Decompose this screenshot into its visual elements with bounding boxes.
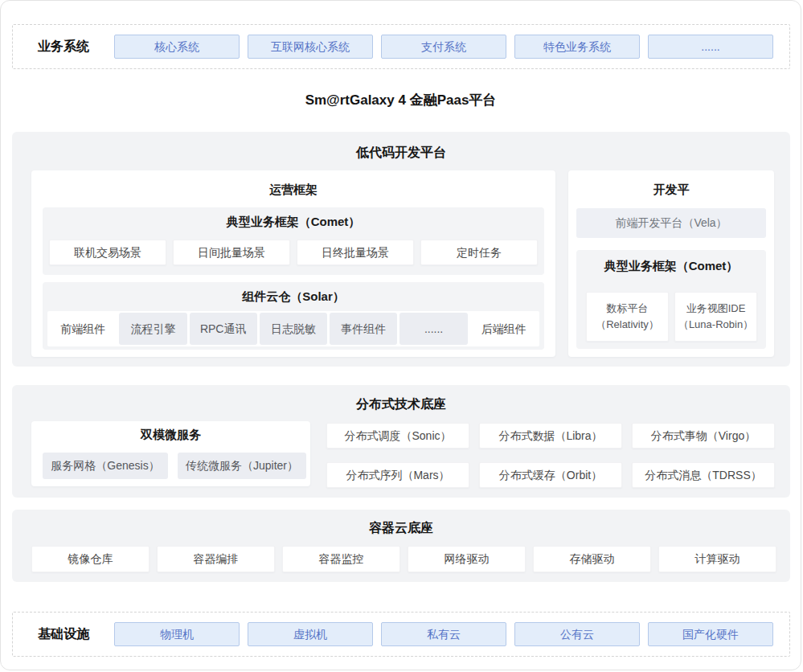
infrastructure-chips: 物理机 虚拟机 私有云 公有云 国产化硬件: [114, 622, 773, 646]
architecture-diagram: 业务系统 核心系统 互联网核心系统 支付系统 特色业务系统 ...... Sm@…: [0, 0, 801, 670]
distributed-sequence-card: 分布式序列（Mars）: [326, 462, 469, 488]
low-code-platform-section: 低代码开发平台 运营框架 典型业务框架（Comet） 联机交易场景 日间批量场景…: [12, 132, 790, 367]
business-framework-comet-box: 典型业务框架（Comet） 联机交易场景 日间批量场景 日终批量场景 定时任务: [43, 207, 544, 275]
image-registry-card: 镜像仓库: [31, 546, 150, 572]
storage-driver-card: 存储驱动: [533, 546, 651, 572]
distributed-scheduling-card: 分布式调度（Sonic）: [326, 423, 469, 449]
rpc-communication-card: RPC通讯: [190, 313, 257, 345]
dev-comet-card-row: 数标平台 （Relativity） 业务视图IDE （Luna-Robin）: [586, 292, 757, 342]
page-title: Sm@rtGalaxy 4 金融Paas平台: [1, 91, 801, 109]
business-view-ide-card: 业务视图IDE （Luna-Robin）: [674, 292, 757, 342]
more-components-card: ......: [399, 313, 467, 345]
eod-batch-scenario-card: 日终批量场景: [297, 240, 414, 265]
data-standard-platform-code: （Relativity）: [596, 317, 659, 333]
data-standard-platform-name: 数标平台: [607, 301, 649, 317]
low-code-platform-title: 低代码开发平台: [12, 132, 790, 162]
network-driver-card: 网络驱动: [408, 546, 526, 572]
distributed-transaction-card: 分布式事物（Virgo）: [632, 423, 775, 449]
dual-mode-card-row: 服务网格（Genesis） 传统微服务（Jupiter）: [43, 453, 306, 479]
physical-machine-chip: 物理机: [114, 622, 240, 646]
scheduled-task-card: 定时任务: [420, 240, 538, 265]
dual-mode-microservices-box: 双模微服务 服务网格（Genesis） 传统微服务（Jupiter）: [31, 421, 310, 486]
container-cloud-card-row: 镜像仓库 容器编排 容器监控 网络驱动 存储驱动 计算驱动: [31, 546, 776, 572]
frontend-component-card: 前端组件: [49, 313, 117, 345]
component-cloud-solar-box: 组件云仓（Solar） 前端组件 流程引擎 RPC通讯 日志脱敏 事件组件 ..…: [43, 282, 544, 350]
business-framework-comet-title: 典型业务框架（Comet）: [43, 207, 544, 230]
business-systems-band: 业务系统 核心系统 互联网核心系统 支付系统 特色业务系统 ......: [12, 24, 790, 69]
domestic-hardware-chip: 国产化硬件: [648, 622, 773, 646]
log-masking-card: 日志脱敏: [260, 313, 327, 345]
container-cloud-section: 容器云底座 镜像仓库 容器编排 容器监控 网络驱动 存储驱动 计算驱动: [12, 510, 790, 582]
online-trading-scenario-card: 联机交易场景: [49, 240, 166, 265]
dev-platform-title: 开发平: [568, 170, 774, 198]
distributed-base-section: 分布式技术底座 双模微服务 服务网格（Genesis） 传统微服务（Jupite…: [12, 385, 790, 498]
business-systems-chips: 核心系统 互联网核心系统 支付系统 特色业务系统 ......: [114, 35, 773, 59]
distributed-base-title: 分布式技术底座: [12, 385, 790, 413]
infrastructure-band: 基础设施 物理机 虚拟机 私有云 公有云 国产化硬件: [12, 612, 790, 657]
compute-driver-card: 计算驱动: [658, 546, 776, 572]
internet-core-system-chip: 互联网核心系统: [248, 35, 373, 59]
virtual-machine-chip: 虚拟机: [248, 622, 373, 646]
distributed-data-card: 分布式数据（Libra）: [479, 423, 622, 449]
comet-scenario-row: 联机交易场景 日间批量场景 日终批量场景 定时任务: [49, 240, 538, 265]
container-cloud-title: 容器云底座: [12, 510, 790, 537]
component-cloud-solar-title: 组件云仓（Solar）: [43, 282, 544, 305]
solar-component-row: 前端组件 流程引擎 RPC通讯 日志脱敏 事件组件 ...... 后端组件: [47, 311, 539, 346]
daytime-batch-scenario-card: 日间批量场景: [173, 240, 290, 265]
business-view-ide-name: 业务视图IDE: [686, 301, 746, 317]
distributed-message-card: 分布式消息（TDRSS）: [632, 462, 775, 488]
event-component-card: 事件组件: [330, 313, 397, 345]
special-business-system-chip: 特色业务系统: [514, 35, 640, 59]
operation-framework-title: 运营框架: [31, 170, 555, 198]
infrastructure-label: 基础设施: [13, 626, 114, 643]
public-cloud-chip: 公有云: [514, 622, 640, 646]
dual-mode-microservices-title: 双模微服务: [31, 421, 310, 443]
core-system-chip: 核心系统: [114, 35, 240, 59]
payment-system-chip: 支付系统: [381, 35, 506, 59]
distributed-services-grid: 分布式调度（Sonic） 分布式数据（Libra） 分布式事物（Virgo） 分…: [326, 423, 775, 488]
frontend-dev-platform-vela-card: 前端开发平台（Vela）: [576, 208, 766, 238]
private-cloud-chip: 私有云: [381, 622, 506, 646]
distributed-cache-card: 分布式缓存（Orbit）: [479, 462, 622, 488]
business-view-ide-code: （Luna-Robin）: [678, 317, 753, 333]
backend-component-card: 后端组件: [470, 313, 538, 345]
container-monitoring-card: 容器监控: [282, 546, 400, 572]
data-standard-platform-card: 数标平台 （Relativity）: [586, 292, 669, 342]
traditional-microservice-jupiter-card: 传统微服务（Jupiter）: [178, 453, 306, 479]
dev-platform-box: 开发平 前端开发平台（Vela） 典型业务框架（Comet） 数标平台 （Rel…: [568, 170, 774, 357]
more-systems-chip: ......: [648, 35, 773, 59]
operation-framework-box: 运营框架 典型业务框架（Comet） 联机交易场景 日间批量场景 日终批量场景 …: [31, 170, 555, 357]
business-systems-label: 业务系统: [13, 39, 114, 55]
dev-business-framework-comet-box: 典型业务框架（Comet） 数标平台 （Relativity） 业务视图IDE …: [576, 250, 766, 349]
process-engine-card: 流程引擎: [119, 313, 186, 345]
dev-business-framework-comet-title: 典型业务框架（Comet）: [576, 250, 766, 274]
service-mesh-genesis-card: 服务网格（Genesis）: [43, 453, 168, 479]
container-orchestration-card: 容器编排: [157, 546, 275, 572]
